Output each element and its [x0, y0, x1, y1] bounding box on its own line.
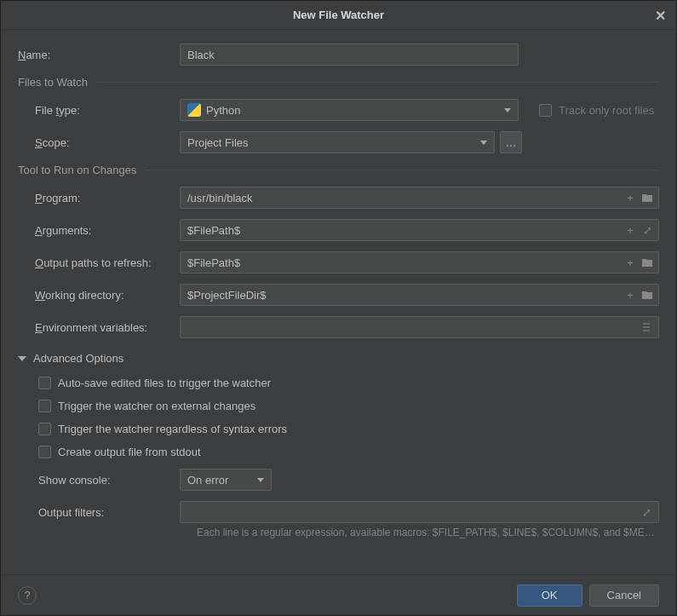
syntax-errors-label: Trigger the watcher regardless of syntax…	[58, 423, 287, 435]
tool-to-run-header: Tool to Run on Changes	[18, 164, 659, 176]
name-label: Name:	[18, 49, 180, 61]
list-icon[interactable]	[640, 320, 653, 334]
show-console-select[interactable]: On error	[180, 469, 272, 491]
program-label: Program:	[35, 192, 180, 204]
external-changes-label: Trigger the watcher on external changes	[58, 400, 255, 412]
files-to-watch-header: Files to Watch	[18, 76, 659, 89]
program-input[interactable]	[180, 187, 659, 209]
arguments-label: Arguments:	[35, 224, 180, 237]
output-filters-label: Output filters:	[38, 506, 180, 519]
scope-select[interactable]: Project Files	[180, 131, 495, 153]
file-type-select[interactable]: Python	[180, 99, 519, 121]
stdout-checkbox[interactable]	[38, 446, 51, 458]
name-input[interactable]	[180, 43, 519, 66]
folder-icon[interactable]	[640, 256, 654, 269]
output-filters-hint: Each line is a regular expression, avail…	[197, 527, 659, 538]
arguments-input[interactable]	[180, 219, 659, 241]
chevron-down-icon	[257, 478, 264, 482]
stdout-label: Create output file from stdout	[58, 446, 201, 458]
chevron-down-icon	[504, 108, 511, 112]
titlebar: New File Watcher ✕	[1, 1, 676, 30]
autosave-checkbox[interactable]	[38, 377, 51, 389]
cancel-button[interactable]: Cancel	[589, 584, 659, 607]
show-console-label: Show console:	[38, 474, 180, 486]
plus-icon[interactable]: +	[623, 223, 637, 237]
plus-icon[interactable]: +	[623, 288, 637, 302]
output-filters-input[interactable]: ⤢	[180, 501, 659, 523]
expand-icon[interactable]: ⤢	[640, 223, 654, 237]
folder-icon[interactable]	[640, 191, 654, 204]
track-root-label: Track only root files	[559, 104, 654, 117]
window-title: New File Watcher	[293, 9, 384, 21]
chevron-down-icon	[480, 141, 487, 145]
advanced-options-expander[interactable]: Advanced Options	[18, 352, 659, 365]
python-icon	[187, 103, 201, 117]
advanced-options-label: Advanced Options	[33, 352, 123, 365]
scope-label: Scope:	[35, 136, 180, 149]
output-paths-input[interactable]	[180, 251, 659, 273]
env-vars-input[interactable]	[180, 316, 659, 338]
working-dir-input[interactable]	[180, 284, 659, 306]
close-icon[interactable]: ✕	[655, 8, 666, 24]
plus-icon[interactable]: +	[623, 256, 637, 269]
scope-browse-button[interactable]: …	[500, 131, 522, 153]
syntax-errors-checkbox[interactable]	[38, 423, 51, 435]
file-type-label: File type:	[35, 104, 180, 117]
expand-icon[interactable]: ⤢	[640, 505, 653, 519]
autosave-label: Auto-save edited files to trigger the wa…	[58, 377, 271, 389]
output-paths-label: Output paths to refresh:	[35, 256, 180, 269]
external-changes-checkbox[interactable]	[38, 400, 51, 412]
help-button[interactable]: ?	[18, 586, 37, 605]
folder-icon[interactable]	[640, 288, 654, 302]
working-dir-label: Working directory:	[35, 289, 180, 302]
chevron-down-icon	[18, 356, 26, 361]
ok-button[interactable]: OK	[517, 584, 582, 607]
track-root-checkbox[interactable]	[539, 104, 552, 117]
plus-icon[interactable]: +	[623, 191, 637, 204]
env-vars-label: Environment variables:	[35, 321, 180, 334]
